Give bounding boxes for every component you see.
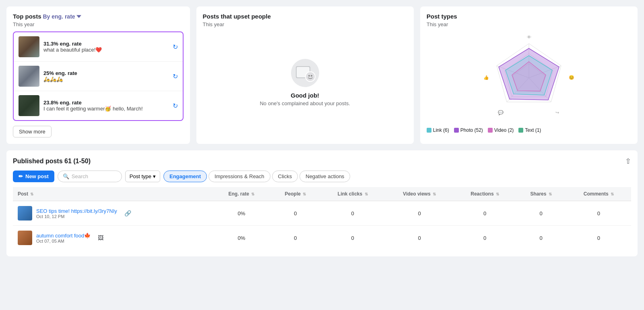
post-title: SEO tips time! https://bit.ly/3ry7NIy [36, 208, 117, 214]
reactions-value: 0 [454, 226, 516, 250]
post-avatar [18, 206, 32, 221]
sort-by-eng-rate-button[interactable]: By eng. rate [43, 13, 81, 20]
comments-value: 0 [566, 226, 631, 250]
tab-negative-actions[interactable]: Negative actions [299, 171, 350, 182]
tabs: Engagement Impressions & Reach Clicks Ne… [163, 171, 350, 182]
post-caption: I can feel it getting warmer🥳 hello, Mar… [43, 106, 169, 112]
svg-text:💬: 💬 [498, 110, 504, 115]
svg-point-4 [308, 75, 310, 77]
post-eng-rate: 25% eng. rate [43, 70, 169, 76]
refresh-button[interactable]: ↻ [173, 73, 178, 80]
legend-label-photo: Photo (52) [460, 127, 483, 133]
top-post-item: 25% eng. rate 🛵🛵🛵 ↻ [14, 62, 183, 91]
search-placeholder: Search [72, 173, 88, 179]
sort-icon: ⇅ [303, 192, 306, 196]
section-title-group: Published posts 61 (1-50) [13, 158, 91, 165]
table-row: autumn comfort food🍁 Oct 07, 05 AM 🖼 0% … [13, 226, 631, 250]
upset-posts-title: Posts that upset people [203, 13, 407, 20]
post-thumbnail [19, 66, 39, 87]
top-posts-card: Top posts By eng. rate This year 31.3% e… [6, 6, 190, 144]
good-job-description: No one's complained about your posts. [260, 100, 350, 106]
shares-value: 0 [516, 201, 566, 226]
post-type-icon-photo: 🖼 [98, 235, 103, 241]
tab-impressions-reach[interactable]: Impressions & Reach [208, 171, 270, 182]
post-thumbnail [19, 95, 39, 116]
people-value: 0 [270, 226, 320, 250]
search-box[interactable]: 🔍 Search [58, 171, 122, 182]
legend-dot-text [518, 128, 523, 133]
top-posts-title: Top posts [13, 13, 41, 20]
legend-label-text: Text (1) [525, 127, 541, 133]
svg-point-3 [305, 72, 315, 81]
sort-icon: ⇅ [611, 192, 614, 196]
top-post-item: 31.3% eng. rate what a beautiful place!❤… [14, 32, 183, 62]
eng-rate-value: 0% [213, 201, 270, 226]
tab-engagement[interactable]: Engagement [163, 171, 207, 182]
reactions-value: 0 [454, 201, 516, 226]
radar-chart: 👁 👍 😊 💬 ↪ [481, 31, 577, 124]
table-row: SEO tips time! https://bit.ly/3ry7NIy Oc… [13, 201, 631, 226]
col-eng-rate: Eng. rate ⇅ [213, 187, 270, 201]
legend-dot-link [427, 128, 431, 133]
refresh-button[interactable]: ↻ [173, 43, 178, 51]
shares-value: 0 [516, 226, 566, 250]
legend-label-video: Video (2) [494, 127, 514, 133]
post-type-dropdown[interactable]: Post type ▾ [125, 171, 160, 182]
toolbar: ✏ New post 🔍 Search Post type ▾ Engageme… [13, 171, 631, 182]
post-caption: 🛵🛵🛵 [43, 76, 169, 82]
legend-dot-video [488, 128, 493, 133]
upset-posts-period: This year [203, 21, 407, 27]
sort-icon: ⇅ [251, 192, 254, 196]
section-header: Published posts 61 (1-50) ⇧ [13, 157, 631, 166]
sort-icon: ⇅ [496, 192, 499, 196]
post-eng-rate: 23.8% eng. rate [43, 100, 169, 106]
post-types-period: This year [427, 21, 631, 27]
svg-text:👍: 👍 [483, 75, 489, 80]
link-clicks-value: 0 [320, 201, 385, 226]
people-value: 0 [270, 201, 320, 226]
posts-table: Post ⇅ Eng. rate ⇅ People ⇅ Link clicks … [13, 187, 631, 250]
show-more-button[interactable]: Show more [13, 126, 52, 137]
post-thumbnail [19, 36, 39, 57]
good-job-title: Good job! [291, 92, 319, 99]
top-posts-period: This year [13, 21, 184, 27]
post-types-title: Post types [427, 13, 457, 20]
video-views-value: 0 [385, 201, 454, 226]
export-button[interactable]: ⇧ [625, 157, 631, 166]
post-date: Oct 07, 05 AM [36, 239, 91, 243]
post-cell: SEO tips time! https://bit.ly/3ry7NIy Oc… [13, 201, 213, 226]
eng-rate-value: 0% [213, 226, 270, 250]
legend-link: Link (6) [427, 127, 449, 133]
sort-icon: ⇅ [30, 192, 33, 196]
pencil-icon: ✏ [19, 173, 23, 179]
refresh-button[interactable]: ↻ [173, 102, 178, 110]
svg-point-5 [311, 75, 312, 77]
post-eng-rate: 31.3% eng. rate [43, 41, 169, 47]
radar-svg: 👁 👍 😊 💬 ↪ [481, 31, 577, 124]
post-avatar [18, 231, 32, 245]
col-reactions: Reactions ⇅ [454, 187, 516, 201]
legend-dot-photo [454, 128, 459, 133]
link-clicks-value: 0 [320, 226, 385, 250]
good-job-icon [291, 59, 319, 87]
legend-video: Video (2) [488, 127, 514, 133]
post-type-icon-link: 🔗 [124, 210, 131, 216]
svg-text:👁: 👁 [526, 35, 531, 40]
published-posts-section: Published posts 61 (1-50) ⇧ ✏ New post 🔍… [6, 150, 638, 256]
upset-posts-card: Posts that upset people This year Good j… [196, 6, 414, 144]
post-caption: what a beautiful place!❤️ [43, 47, 169, 53]
col-post: Post ⇅ [13, 187, 213, 201]
legend-text: Text (1) [518, 127, 541, 133]
new-post-button[interactable]: ✏ New post [13, 171, 54, 182]
legend-label-link: Link (6) [433, 127, 449, 133]
tab-clicks[interactable]: Clicks [272, 171, 298, 182]
chevron-down-icon: ▾ [153, 173, 156, 179]
upset-posts-content: Good job! No one's complained about your… [203, 27, 407, 137]
sort-icon: ⇅ [433, 192, 436, 196]
post-types-card: Post types This year 👁 👍 😊 💬 ↪ [420, 6, 638, 144]
top-posts-list: 31.3% eng. rate what a beautiful place!❤… [13, 31, 184, 121]
col-people: People ⇅ [270, 187, 320, 201]
video-views-value: 0 [385, 226, 454, 250]
section-title: Published posts 61 (1-50) [13, 158, 91, 164]
col-shares: Shares ⇅ [516, 187, 566, 201]
